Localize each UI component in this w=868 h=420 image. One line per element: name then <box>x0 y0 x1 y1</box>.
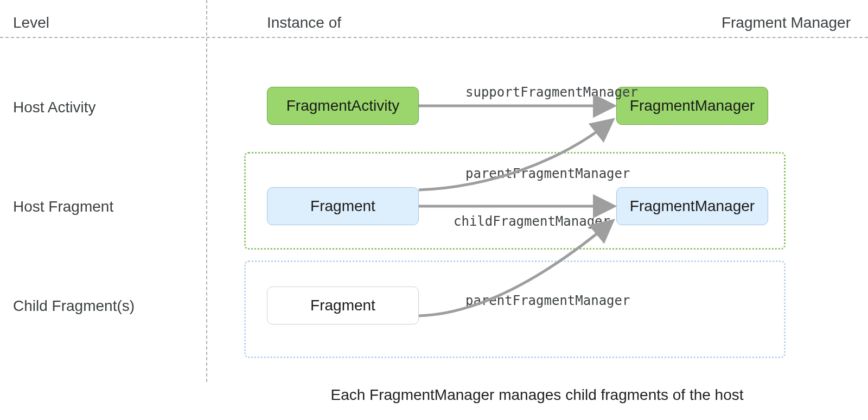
box-host-fragment: Fragment <box>267 187 419 225</box>
arrow-label-parent-fm-child: parentFragmentManager <box>465 293 630 308</box>
header-level: Level <box>13 14 49 31</box>
diagram-caption: Each FragmentManager manages child fragm… <box>0 386 868 404</box>
column-divider <box>206 0 207 382</box>
arrow-label-parent-fm-host: parentFragmentManager <box>465 166 630 181</box>
box-fragment-activity: FragmentActivity <box>267 87 419 125</box>
row-label-host-fragment: Host Fragment <box>13 198 113 215</box>
box-fragment-fragment-manager: FragmentManager <box>616 187 768 225</box>
row-label-host-activity: Host Activity <box>13 99 95 116</box>
arrow-label-child-fm: childFragmentManager <box>454 214 610 229</box>
box-activity-fragment-manager: FragmentManager <box>616 87 768 125</box>
row-label-child-fragment: Child Fragment(s) <box>13 297 135 315</box>
header-instance-of: Instance of <box>267 14 341 31</box>
box-child-fragment: Fragment <box>267 287 419 324</box>
header-fragment-manager: Fragment Manager <box>722 14 851 31</box>
header-divider <box>0 37 868 38</box>
diagram-canvas: Level Instance of Fragment Manager Host … <box>0 0 868 420</box>
arrow-label-support-fm: supportFragmentManager <box>465 85 638 100</box>
